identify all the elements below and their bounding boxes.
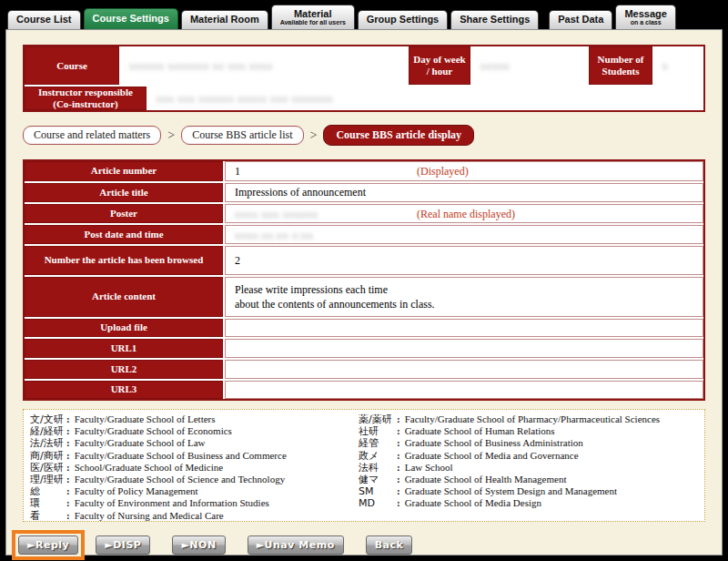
- tab-sublabel: Available for all users: [280, 19, 346, 26]
- legend-item: 商/商研:Faculty/Graduate School of Business…: [30, 450, 287, 462]
- redacted-instructor-value: xxx xxx xxxxxx xxxxx xxx xxxxxxx: [157, 93, 333, 104]
- table-row-browse-count: Number the article has been browsed 2: [25, 246, 703, 275]
- row-value: Impressions of announcement: [225, 183, 703, 202]
- unav-memo-button[interactable]: ►Unav Memo: [248, 536, 344, 555]
- row-value: [225, 360, 703, 379]
- course-value-cell: xxxxxx xxxxxxx xx xxx xxxx: [121, 46, 407, 85]
- table-row-poster: Poster xxxx xxx xxxxxx(Real name display…: [25, 204, 703, 223]
- row-label: URL3: [25, 381, 223, 399]
- table-row-article-number: Article number 1(Displayed): [25, 161, 703, 181]
- legend-item: 経/経研:Faculty/Graduate School of Economic…: [30, 425, 287, 437]
- breadcrumb-bbs-article-display[interactable]: Course BBS article display: [323, 125, 474, 146]
- tab-label: Share Settings: [460, 15, 530, 26]
- row-value: 2: [225, 246, 703, 275]
- instructor-value-cell: xxx xxx xxxxxx xxxxx xxx xxxxxxx: [148, 87, 703, 110]
- legend-item: 環:Faculty of Environment and Information…: [30, 497, 287, 509]
- non-button[interactable]: ►NON: [172, 536, 225, 555]
- course-header-row-2: Instructor responsible (Co-instructor) x…: [25, 87, 703, 110]
- real-name-note: (Real name displayed): [417, 207, 515, 220]
- row-label: Article number: [25, 161, 223, 181]
- breadcrumb-separator: >: [310, 128, 318, 143]
- row-label: Poster: [25, 204, 223, 223]
- button-bar: ►Reply ►DISP ►NON ►Unav Memo Back: [12, 530, 412, 560]
- legend-item: 総:Faculty of Policy Management: [30, 485, 287, 497]
- table-row-url2: URL2: [25, 360, 703, 379]
- legend-item: 看:Faculty of Nursing and Medical Care: [30, 510, 287, 522]
- instructor-label: Instructor responsible (Co-instructor): [25, 87, 147, 110]
- table-row-post-date: Post date and time xxxx.xx.xx x:xx: [25, 225, 703, 244]
- legend-right-column: 薬/薬研:Faculty/Graduate School of Pharmacy…: [359, 413, 660, 510]
- tab-material-room[interactable]: Material Room: [181, 10, 268, 29]
- row-label: Article content: [25, 277, 223, 317]
- legend-box: 文/文研:Faculty/Graduate School of Letters …: [23, 409, 705, 522]
- row-label: Number the article has been browsed: [25, 246, 223, 275]
- breadcrumb-course-related[interactable]: Course and related matters: [23, 126, 161, 145]
- back-button[interactable]: Back: [366, 536, 413, 555]
- article-number-value: 1: [235, 165, 240, 178]
- row-value: xxxx.xx.xx x:xx: [225, 225, 703, 244]
- redacted-students-value: x: [662, 60, 669, 71]
- row-label: URL2: [25, 360, 223, 379]
- redacted-course-value: xxxxxx xxxxxxx xx xxx xxxx: [129, 60, 273, 71]
- row-label: URL1: [25, 339, 223, 358]
- legend-item: 社研:Graduate School of Human Relations: [359, 425, 660, 437]
- tab-course-list[interactable]: Course List: [7, 10, 81, 29]
- legend-item: SM:Graduate School of System Design and …: [359, 485, 660, 497]
- tab-bar: Course List Course Settings Material Roo…: [7, 0, 676, 29]
- legend-item: 理/理研:Faculty/Graduate School of Science …: [30, 474, 287, 485]
- row-value: 1(Displayed): [225, 161, 703, 181]
- browse-count-value: 2: [235, 254, 240, 268]
- legend-item: 政メ:Graduate School of Media and Governan…: [359, 450, 660, 462]
- tab-course-settings[interactable]: Course Settings: [84, 8, 178, 29]
- course-header-row-1: Course xxxxxx xxxxxxx xx xxx xxxx Day of…: [25, 46, 703, 85]
- disp-button[interactable]: ►DISP: [96, 536, 150, 555]
- course-header-table: Course xxxxxx xxxxxxx xx xxx xxxx Day of…: [23, 45, 705, 112]
- redacted-date-value: xxxx.xx.xx x:xx: [235, 230, 314, 240]
- article-table: Article number 1(Displayed) Article titl…: [23, 159, 705, 401]
- legend-item: 医/医研:School/Graduate School of Medicine: [30, 462, 287, 474]
- day-of-week-value-cell: xxxxx: [472, 46, 587, 85]
- row-value: [225, 339, 703, 358]
- breadcrumb: Course and related matters > Course BBS …: [23, 125, 474, 146]
- row-value: [225, 319, 703, 337]
- legend-item: 経管:Graduate School of Business Administr…: [359, 437, 660, 449]
- table-row-upload-file: Upload file: [25, 319, 703, 337]
- legend-item: 薬/薬研:Faculty/Graduate School of Pharmacy…: [359, 413, 660, 425]
- table-row-article-title: Article title Impressions of announcemen…: [25, 183, 703, 202]
- reply-button[interactable]: ►Reply: [18, 536, 78, 555]
- tab-past-data[interactable]: Past Data: [549, 10, 612, 29]
- redacted-poster-value: xxxx xxx xxxxxx: [235, 209, 318, 219]
- legend-item: MD:Graduate School of Media Design: [359, 497, 660, 509]
- displayed-note: (Displayed): [417, 165, 469, 178]
- breadcrumb-bbs-article-list[interactable]: Course BBS article list: [181, 126, 303, 145]
- students-label: Number of Students: [589, 46, 652, 85]
- article-title-value: Impressions of announcement: [235, 186, 366, 199]
- breadcrumb-separator: >: [167, 128, 175, 143]
- table-row-url1: URL1: [25, 339, 703, 358]
- tab-group-settings[interactable]: Group Settings: [358, 10, 448, 29]
- table-row-article-content: Article content Please write impressions…: [25, 277, 703, 317]
- tab-message[interactable]: Messageon a class: [615, 5, 675, 29]
- row-value: [225, 381, 703, 399]
- redacted-day-value: xxxxx: [480, 60, 511, 71]
- article-content-line: about the contents of announcements in c…: [235, 297, 703, 311]
- highlight-box: ►Reply: [12, 530, 85, 560]
- tab-share-settings[interactable]: Share Settings: [450, 10, 539, 29]
- legend-item: 法/法研:Faculty/Graduate School of Law: [30, 437, 287, 449]
- legend-item: 健マ:Graduate School of Health Management: [359, 474, 660, 485]
- day-of-week-label: Day of week / hour: [409, 46, 470, 85]
- legend-item: 文/文研:Faculty/Graduate School of Letters: [30, 413, 287, 425]
- tab-label: Group Settings: [367, 15, 439, 26]
- row-label: Post date and time: [25, 225, 223, 244]
- table-row-url3: URL3: [25, 381, 703, 399]
- legend-left-column: 文/文研:Faculty/Graduate School of Letters …: [30, 413, 287, 522]
- tab-label: Course List: [16, 15, 72, 26]
- row-label: Article title: [25, 183, 223, 202]
- tab-material[interactable]: MaterialAvailable for all users: [271, 5, 355, 29]
- row-label: Upload file: [25, 319, 223, 337]
- row-value: xxxx xxx xxxxxx(Real name displayed): [225, 204, 703, 223]
- legend-item: 法科:Law School: [359, 462, 660, 474]
- row-value: Please write impressions each time about…: [225, 277, 703, 317]
- course-label: Course: [25, 46, 119, 85]
- students-value-cell: x: [654, 46, 703, 85]
